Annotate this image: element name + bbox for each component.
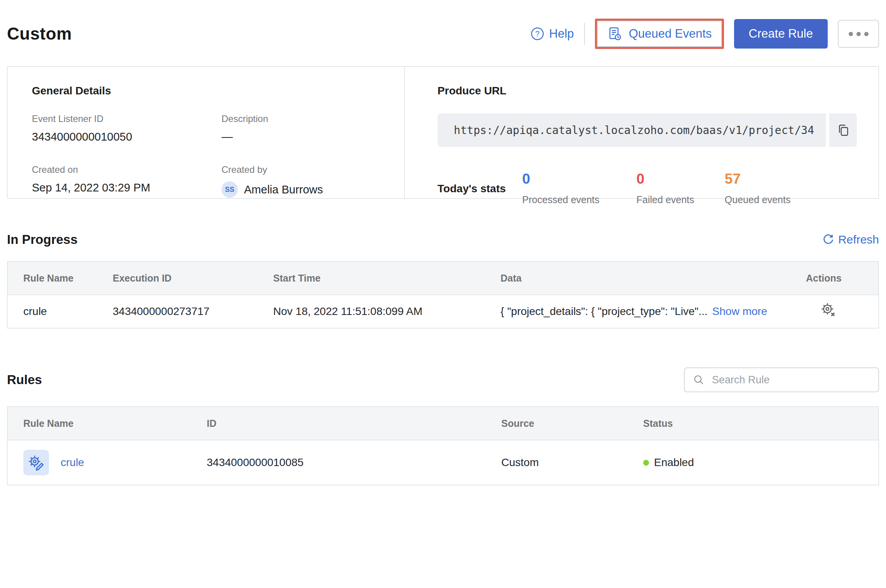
stat-processed-events: 0 Processed events — [522, 171, 637, 205]
cell-start-time: Nov 18, 2022 11:51:08:099 AM — [258, 305, 485, 318]
general-details-heading: General Details — [32, 85, 389, 97]
rule-icon-badge — [23, 450, 49, 475]
field-created-on: Created on Sep 14, 2022 03:29 PM — [32, 164, 222, 198]
table-row: crule 3434000000273717 Nov 18, 2022 11:5… — [8, 295, 878, 328]
refresh-label: Refresh — [838, 233, 879, 246]
col-execution-id: Execution ID — [97, 273, 258, 284]
produce-url-heading: Produce URL — [438, 85, 857, 97]
queued-events-button[interactable]: Queued Events — [595, 19, 724, 49]
col-source: Source — [486, 418, 628, 429]
cell-actions — [790, 302, 878, 321]
cell-id: 3434000000010085 — [191, 456, 486, 469]
details-card: General Details Event Listener ID 343400… — [7, 66, 879, 199]
queued-events-icon — [607, 26, 623, 42]
search-rule-box — [684, 367, 879, 392]
ellipsis-icon — [849, 32, 853, 36]
failed-events-count: 0 — [637, 171, 725, 187]
refresh-icon — [822, 233, 834, 246]
queued-events-count: 57 — [725, 171, 791, 187]
created-by-label: Created by — [222, 164, 389, 175]
help-icon: ? — [530, 27, 544, 41]
toolbar-divider — [584, 23, 585, 45]
failed-events-label: Failed events — [637, 194, 725, 205]
created-on-label: Created on — [32, 164, 222, 175]
col-actions: Actions — [790, 273, 878, 284]
event-listener-id-label: Event Listener ID — [32, 113, 222, 124]
description-label: Description — [222, 113, 389, 124]
col-data: Data — [485, 273, 790, 284]
more-options-button[interactable] — [838, 20, 879, 48]
todays-stats-heading: Today's stats — [438, 171, 522, 195]
in-progress-heading: In Progress — [7, 232, 78, 247]
in-progress-section: In Progress Refresh Rule Name Execution … — [0, 232, 886, 329]
copy-icon — [836, 123, 850, 137]
created-by-value: Amelia Burrows — [244, 183, 323, 196]
field-event-listener-id: Event Listener ID 3434000000010050 — [32, 113, 222, 143]
show-more-link[interactable]: Show more — [712, 305, 767, 318]
avatar: SS — [222, 181, 238, 198]
event-listener-id-value: 3434000000010050 — [32, 130, 222, 143]
queued-events-label: Queued Events — [629, 27, 712, 41]
rule-gear-pencil-icon — [27, 454, 45, 471]
col-rule-name: Rule Name — [8, 418, 191, 429]
field-description: Description — — [222, 113, 389, 143]
page-title: Custom — [7, 24, 72, 43]
page: Custom ? Help Queued Events Create Ru — [0, 17, 886, 485]
processed-events-count: 0 — [522, 171, 637, 187]
col-rule-name: Rule Name — [8, 273, 97, 284]
col-id: ID — [191, 418, 486, 429]
search-rule-input[interactable] — [711, 374, 870, 386]
topbar: Custom ? Help Queued Events Create Ru — [7, 17, 879, 50]
cancel-execution-icon[interactable] — [820, 302, 836, 318]
created-on-value: Sep 14, 2022 03:29 PM — [32, 181, 222, 194]
copy-url-button[interactable] — [826, 113, 857, 147]
processed-events-label: Processed events — [522, 194, 637, 205]
cell-execution-id: 3434000000273717 — [97, 305, 258, 318]
general-details-pane: General Details Event Listener ID 343400… — [8, 67, 405, 198]
stat-queued-events: 57 Queued events — [725, 171, 791, 205]
refresh-link[interactable]: Refresh — [822, 233, 879, 246]
cell-rule-name: crule — [8, 450, 191, 475]
in-progress-table: Rule Name Execution ID Start Time Data A… — [7, 261, 879, 329]
topbar-actions: ? Help Queued Events Create Rule — [530, 19, 879, 49]
col-start-time: Start Time — [258, 273, 485, 284]
cell-data: { "project_details": { "project_type": "… — [485, 305, 790, 318]
rules-section: Rules Rule Name ID Source Status — [0, 367, 886, 485]
search-icon — [692, 374, 705, 386]
rule-link[interactable]: crule — [61, 456, 84, 469]
cell-rule-name: crule — [8, 305, 97, 318]
rules-table: Rule Name ID Source Status crule — [7, 406, 879, 485]
produce-url-box: https://apiqa.catalyst.localzoho.com/baa… — [438, 113, 857, 147]
svg-text:?: ? — [535, 30, 540, 38]
queued-events-label-stat: Queued events — [725, 194, 791, 205]
help-label: Help — [549, 27, 574, 41]
cell-source: Custom — [486, 456, 628, 469]
todays-stats: Today's stats 0 Processed events 0 Faile… — [438, 171, 857, 205]
create-rule-button[interactable]: Create Rule — [734, 19, 828, 49]
data-preview: { "project_details": { "project_type": "… — [501, 305, 708, 318]
in-progress-table-header: Rule Name Execution ID Start Time Data A… — [8, 262, 878, 295]
produce-url-value: https://apiqa.catalyst.localzoho.com/baa… — [454, 124, 814, 137]
produce-url-pane: Produce URL https://apiqa.catalyst.local… — [405, 67, 878, 198]
help-link[interactable]: ? Help — [530, 27, 574, 41]
col-status: Status — [628, 418, 878, 429]
table-row: crule 3434000000010085 Custom Enabled — [8, 440, 878, 485]
status-badge: Enabled — [654, 456, 694, 469]
field-created-by: Created by SS Amelia Burrows — [222, 164, 389, 198]
cell-status: Enabled — [628, 456, 878, 469]
rules-heading: Rules — [7, 372, 42, 387]
description-value: — — [222, 130, 389, 143]
rules-table-header: Rule Name ID Source Status — [8, 407, 878, 440]
stat-failed-events: 0 Failed events — [637, 171, 725, 205]
status-enabled-dot — [643, 460, 649, 466]
